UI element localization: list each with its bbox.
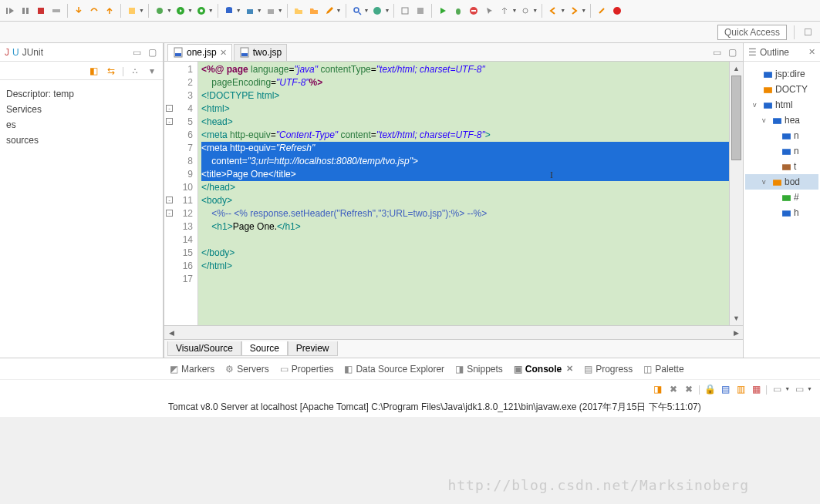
branch-icon[interactable] (498, 4, 511, 18)
console-icon-4[interactable]: 🔒 (704, 383, 716, 395)
svg-rect-20 (471, 10, 476, 12)
svg-rect-0 (6, 8, 8, 14)
outline-node[interactable]: n (745, 143, 818, 159)
console-icon-1[interactable]: ◨ (652, 383, 664, 395)
svg-rect-30 (782, 133, 791, 139)
svg-rect-26 (764, 72, 772, 78)
editor-body[interactable]: 1234-5-67891011-12-1314151617 <%@ page l… (164, 62, 743, 325)
outline-node[interactable]: jsp:dire (745, 66, 818, 82)
code-text[interactable]: <%@ page language="java" contentType="te… (198, 62, 729, 325)
maximize-icon[interactable]: ▢ (146, 46, 158, 59)
close-tab-icon[interactable]: ✕ (220, 48, 227, 58)
disconnect-icon[interactable] (49, 4, 63, 18)
bottom-views-row: ◩ Markers⚙ Servers▭ Properties◧ Data Sou… (0, 358, 820, 379)
resume-icon[interactable] (3, 4, 17, 18)
bug-icon[interactable] (451, 4, 465, 18)
editor-minimize-icon[interactable]: ▭ (710, 46, 723, 59)
svg-rect-2 (26, 8, 29, 14)
view-icon[interactable] (398, 4, 412, 18)
console-icon-6[interactable]: ▥ (734, 383, 747, 395)
play-icon[interactable] (436, 4, 450, 18)
tab-two-jsp[interactable]: two.jsp (234, 44, 287, 61)
tb-icon-1[interactable]: ◧ (88, 65, 100, 77)
tb-icon-2[interactable]: ⇆ (105, 65, 117, 77)
new-icon[interactable] (125, 4, 139, 18)
back-icon[interactable] (546, 4, 560, 18)
tree-item[interactable]: Descriptor: temp (3, 86, 163, 102)
outline-node[interactable]: DOCTY (745, 82, 818, 97)
outline-node[interactable]: v html (745, 97, 818, 113)
tab-label-inactive: two.jsp (253, 47, 282, 58)
console-icon-8[interactable]: ▭ (771, 383, 783, 395)
wand-icon[interactable] (595, 4, 609, 18)
quick-access-input[interactable]: Quick Access (717, 25, 787, 40)
tb-icon-3[interactable]: ⛬ (129, 65, 141, 77)
perspective-icon[interactable]: ☐ (801, 26, 814, 39)
console-icon-7[interactable]: ▦ (750, 383, 762, 395)
forward-icon[interactable] (567, 4, 581, 18)
console-icon-2[interactable]: ✖ (667, 383, 680, 395)
stop-icon[interactable] (34, 4, 48, 18)
outline-node[interactable]: t (745, 159, 818, 174)
console-icon-5[interactable]: ▤ (719, 383, 731, 395)
sync-icon[interactable] (518, 4, 532, 18)
outline-close-icon[interactable]: ✕ (808, 47, 815, 57)
svg-rect-34 (782, 195, 791, 201)
svg-rect-1 (22, 8, 25, 14)
view-tab[interactable]: ⚙ Servers (225, 364, 268, 375)
outline-title: Outline (760, 47, 805, 58)
run-server-icon[interactable] (194, 4, 208, 18)
database-icon[interactable] (222, 4, 236, 18)
terminate-icon[interactable] (467, 4, 481, 18)
design-tab[interactable]: Preview (288, 341, 338, 356)
pause-icon[interactable] (19, 4, 32, 18)
svg-point-18 (456, 8, 461, 15)
outline-node[interactable]: n (745, 128, 818, 143)
search-icon[interactable] (350, 4, 364, 18)
view-tab[interactable]: ▣ Console ✕ (514, 364, 573, 375)
step-into-icon[interactable] (72, 4, 86, 18)
edit-icon[interactable] (322, 4, 336, 18)
svg-rect-23 (175, 53, 181, 56)
view-tab[interactable]: ▭ Properties (280, 364, 334, 375)
design-tab[interactable]: Source (241, 341, 288, 356)
console-icon-9[interactable]: ▭ (793, 383, 805, 395)
step-return-icon[interactable] (103, 4, 116, 18)
svg-point-14 (354, 8, 359, 12)
view-tab[interactable]: ▤ Progress (584, 364, 633, 375)
svg-rect-16 (402, 8, 408, 14)
debug-icon[interactable] (153, 4, 167, 18)
step-over-icon[interactable] (87, 4, 101, 18)
svg-rect-5 (129, 8, 135, 14)
tab-one-jsp[interactable]: one.jsp ✕ (167, 44, 232, 61)
outline-node[interactable]: v bod (745, 174, 818, 190)
editor-maximize-icon[interactable]: ▢ (726, 46, 738, 59)
console-icon-3[interactable]: ✖ (683, 383, 695, 395)
view-tab[interactable]: ◩ Markers (170, 364, 214, 375)
design-tab[interactable]: Visual/Source (167, 341, 241, 356)
vertical-scrollbar[interactable]: ▲ ▼ (729, 62, 743, 325)
outline-tree: jsp:dire DOCTYv htmlv hea n n tv bod # h (744, 62, 820, 225)
run-icon[interactable] (174, 4, 187, 18)
cursor-icon[interactable] (482, 4, 496, 18)
undeploy-icon[interactable] (264, 4, 278, 18)
outline-node[interactable]: h (745, 205, 818, 220)
line-gutter: 1234-5-67891011-12-1314151617 (164, 62, 198, 325)
view-tab[interactable]: ◧ Data Source Explorer (344, 364, 444, 375)
open-folder-icon[interactable] (307, 4, 321, 18)
new-folder-icon[interactable] (292, 4, 305, 18)
outline-node[interactable]: v hea (745, 113, 818, 128)
horizontal-scrollbar[interactable]: ◀▶ (164, 325, 743, 339)
tree-item[interactable]: es (3, 117, 163, 133)
view-tab[interactable]: ◫ Palette (643, 364, 683, 375)
record-icon[interactable] (610, 4, 624, 18)
tree-item[interactable]: Services (3, 102, 163, 117)
web-icon[interactable] (370, 4, 384, 18)
outline-node[interactable]: # (745, 190, 818, 205)
menu-icon[interactable]: ▾ (146, 65, 158, 77)
box-icon[interactable] (413, 4, 427, 18)
view-tab[interactable]: ◨ Snippets (455, 364, 503, 375)
tree-item[interactable]: sources (3, 133, 163, 148)
minimize-icon[interactable]: ▭ (130, 46, 143, 59)
deploy-icon[interactable] (243, 4, 257, 18)
